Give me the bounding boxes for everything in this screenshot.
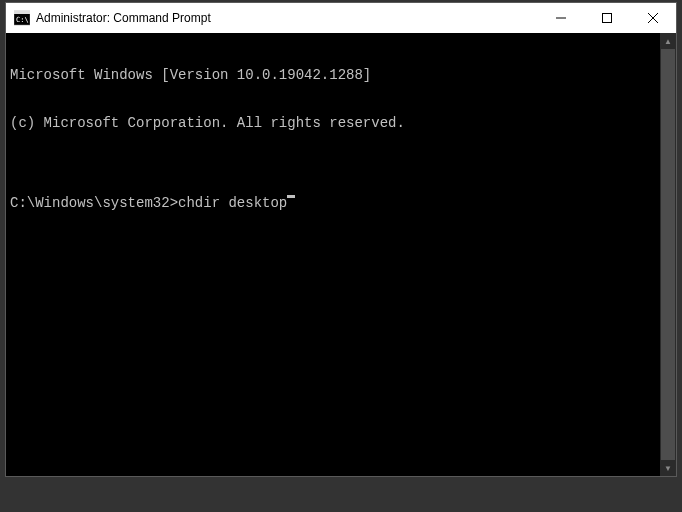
maximize-button[interactable] — [584, 3, 630, 33]
scrollbar[interactable]: ▲ ▼ — [660, 33, 676, 476]
minimize-button[interactable] — [538, 3, 584, 33]
prompt-path: C:\Windows\system32> — [10, 195, 178, 211]
terminal-area[interactable]: Microsoft Windows [Version 10.0.19042.12… — [6, 33, 676, 476]
command-prompt-window: C:\ Administrator: Command Prompt Micros… — [5, 2, 677, 477]
close-button[interactable] — [630, 3, 676, 33]
prompt-line: C:\Windows\system32>chdir desktop — [10, 195, 672, 211]
scrollbar-thumb[interactable] — [661, 49, 675, 460]
svg-rect-4 — [603, 14, 612, 23]
version-line: Microsoft Windows [Version 10.0.19042.12… — [10, 67, 672, 83]
window-title: Administrator: Command Prompt — [36, 11, 538, 25]
command-input[interactable]: chdir desktop — [178, 195, 287, 211]
cmd-icon: C:\ — [14, 10, 30, 26]
scroll-down-arrow[interactable]: ▼ — [660, 460, 676, 476]
scrollbar-track[interactable] — [660, 49, 676, 460]
copyright-line: (c) Microsoft Corporation. All rights re… — [10, 115, 672, 131]
cursor — [287, 195, 295, 198]
titlebar[interactable]: C:\ Administrator: Command Prompt — [6, 3, 676, 33]
scroll-up-arrow[interactable]: ▲ — [660, 33, 676, 49]
window-controls — [538, 3, 676, 33]
svg-text:C:\: C:\ — [16, 16, 29, 24]
svg-rect-1 — [14, 11, 30, 14]
